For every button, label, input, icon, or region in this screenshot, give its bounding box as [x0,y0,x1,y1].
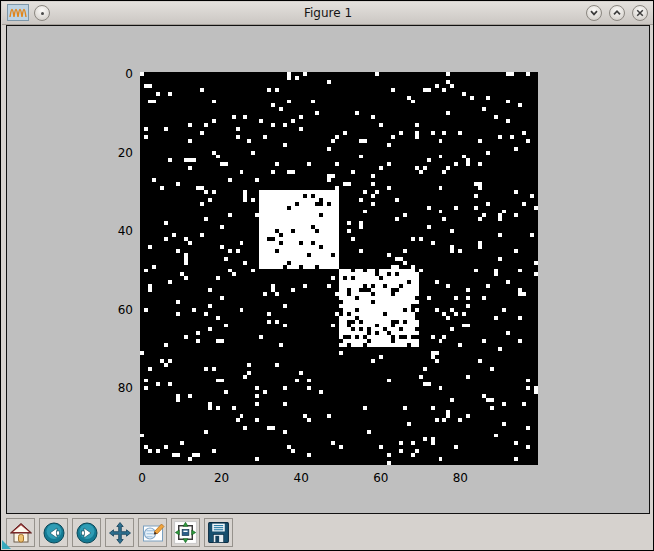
figure-window: Figure 1 020406080020406080 [0,0,654,551]
forward-arrow-icon [75,521,99,545]
maximize-button[interactable] [609,5,625,21]
resize-grip[interactable] [2,540,11,549]
save-button[interactable] [204,518,233,547]
back-arrow-icon [42,521,66,545]
x-icon [634,7,646,19]
x-tick-label: 20 [214,471,229,485]
chevron-up-icon [611,7,623,19]
y-tick-label: 0 [93,67,133,81]
home-icon [9,521,33,545]
y-tick-label: 80 [93,381,133,395]
figure-canvas: 020406080020406080 [6,25,650,514]
back-button[interactable] [39,518,68,547]
configure-subplots-button[interactable] [171,518,200,547]
window-title: Figure 1 [2,2,654,24]
subplots-icon [173,520,198,545]
x-tick-label: 40 [294,471,309,485]
forward-button[interactable] [72,518,101,547]
y-tick-label: 60 [93,303,133,317]
pan-button[interactable] [105,518,134,547]
y-tick-label: 20 [93,146,133,160]
move-arrows-icon [108,521,132,545]
navigation-toolbar [2,514,654,551]
close-button[interactable] [632,5,648,21]
y-tick-label: 40 [93,224,133,238]
floppy-disk-icon [206,520,231,545]
axes-image[interactable] [140,72,538,465]
titlebar[interactable]: Figure 1 [2,2,654,25]
x-tick-label: 80 [453,471,468,485]
magnifier-pencil-icon [141,521,165,545]
zoom-to-rect-button[interactable] [138,518,167,547]
x-tick-label: 0 [138,471,146,485]
chevron-down-icon [588,7,600,19]
minimize-button[interactable] [586,5,602,21]
x-tick-label: 60 [373,471,388,485]
